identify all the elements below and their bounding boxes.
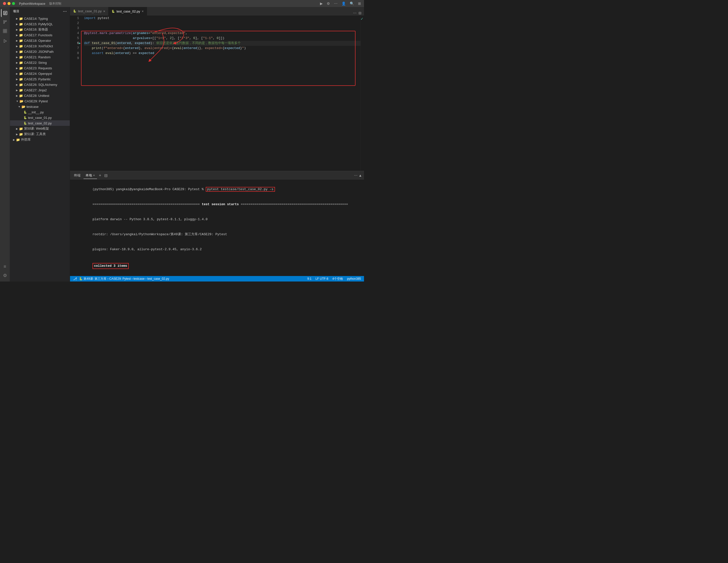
zoom-icon[interactable]: ⊞ [358, 2, 361, 6]
sidebar-item-case26[interactable]: ▶ 📁 CASE26: SQLAlchemy [10, 82, 70, 87]
account-icon[interactable]: 👤 [341, 2, 346, 6]
sidebar-item-label: CASE14: Typing [24, 17, 48, 21]
op: ( [181, 46, 183, 51]
param: expected [135, 41, 150, 46]
status-encoding[interactable]: LF UTF-8 [315, 277, 328, 280]
minimize-button[interactable] [7, 2, 11, 5]
debug-icon[interactable]: ⚙ [327, 2, 330, 6]
sidebar-item-case17[interactable]: ▶ 📁 CASE17: Functools [10, 32, 70, 38]
sidebar-item-case22[interactable]: ▶ 📁 CASE22: String [10, 60, 70, 65]
fstring: , expected= [201, 46, 223, 51]
terminal-menu-icon[interactable]: ⋯ [354, 173, 357, 177]
activity-bar-bottom: ≡ ⚙ [1, 262, 9, 282]
sidebar-item-label: CASE27: Jinja2 [24, 88, 47, 92]
sidebar-item-case27[interactable]: ▶ 📁 CASE27: Jinja2 [10, 87, 70, 93]
maximize-terminal-icon[interactable]: ▲ [359, 173, 362, 177]
sidebar-item-web[interactable]: ▶ 📁 第50课: Web框架 [10, 126, 70, 131]
sidebar: 项目 ⋯ ▶ 📁 CASE14: Typing ▶ 📁 CASE15: PyMy… [10, 7, 70, 282]
code-line-2 [84, 21, 361, 26]
sidebar-item-case24[interactable]: ▶ 📁 CASE24: Openpyxl [10, 71, 70, 76]
more-icon[interactable]: ⋯ [334, 2, 337, 6]
status-python[interactable]: python385 [347, 277, 361, 280]
tab-close-icon[interactable]: × [142, 9, 144, 13]
sidebar-item-case21[interactable]: ▶ 📁 CASE21: Random [10, 54, 70, 60]
extensions-icon[interactable] [1, 27, 9, 35]
sidebar-item-testcase[interactable]: ▼ 📂 testcase [10, 104, 70, 109]
folder-icon: 📁 [19, 83, 23, 87]
layout-icon[interactable]: ⊟ [358, 11, 362, 16]
tab-local[interactable]: 本地 × [83, 172, 97, 179]
op: , [131, 41, 135, 46]
fullscreen-button[interactable] [12, 2, 15, 5]
terminal-tabs: 终端 本地 × + ⊟ ⋯ ▲ [70, 171, 364, 180]
braces: { [223, 46, 225, 51]
sidebar-item-test01[interactable]: 🐍 test_case_01.py [10, 115, 70, 120]
debug2-icon[interactable] [1, 37, 9, 45]
chevron-right-icon: ▶ [16, 83, 18, 86]
svg-rect-2 [4, 13, 6, 14]
op: , [189, 36, 193, 41]
op: = [148, 31, 150, 36]
sidebar-item-label: CASE18: Operator [24, 39, 51, 43]
op: ( [101, 46, 103, 51]
code-line-7: print ( f"entered={entered}, eval(entere… [84, 46, 361, 51]
sidebar-item-external[interactable]: ▶ 📁 外部库 [10, 137, 70, 142]
sidebar-item-label: CASE16: 装饰器 [24, 27, 48, 32]
sidebar-menu-icon[interactable]: ⋯ [63, 9, 67, 14]
run-icon[interactable]: ▶ [320, 2, 323, 6]
sidebar-item-case14[interactable]: ▶ 📁 CASE14: Typing [10, 16, 70, 21]
string: "entered,expected" [150, 31, 185, 36]
editor-content[interactable]: 1 2 3 4 5 6 7 8 9 [70, 16, 361, 171]
git-icon[interactable] [1, 18, 9, 26]
chevron-right-icon: ▶ [16, 23, 18, 26]
folder-icon: 📁 [19, 22, 23, 26]
folder-icon: 📁 [19, 17, 23, 21]
app-name: PythonWorkspace [19, 2, 45, 6]
status-position[interactable]: 9:1 [307, 277, 311, 280]
code-line-6: ▶ def test_case_01 ( entered , expected … [84, 41, 361, 46]
sidebar-item-case20[interactable]: ▶ 📁 CASE20: JSONPath [10, 49, 70, 54]
close-button[interactable] [3, 2, 6, 5]
search-icon[interactable]: 🔍 [350, 2, 354, 6]
line-num-4: 4 [70, 31, 79, 36]
tab-test01[interactable]: 🐍 test_case_01.py × [70, 7, 109, 16]
sidebar-item-case18[interactable]: ▶ 📁 CASE18: Operator [10, 38, 70, 43]
tab-close-icon[interactable]: × [103, 9, 105, 13]
line-num-1: 1 [70, 16, 79, 21]
python-file-icon: 🐍 [23, 116, 27, 119]
svg-rect-9 [3, 31, 5, 33]
rootdir-text: rootdir: /Users/yangkai/PythonWorkspace/… [93, 232, 227, 236]
folder-icon: 📁 [19, 33, 23, 37]
sidebar-item-case15[interactable]: ▶ 📁 CASE15: PyMySQL [10, 21, 70, 27]
tab-close-icon[interactable]: × [93, 173, 95, 177]
sidebar-item-case19[interactable]: ▶ 📁 CASE19: XmlToDict [10, 43, 70, 49]
folder-icon: 📁 [19, 88, 23, 92]
tab-test02[interactable]: 🐍 test_case_02.py × [109, 7, 147, 16]
tab-label: 本地 [85, 173, 92, 178]
split-terminal-icon[interactable]: ⊟ [103, 173, 109, 178]
layers-icon[interactable]: ≡ [1, 262, 9, 270]
settings2-icon[interactable]: ⚙ [1, 271, 9, 279]
sidebar-item-test02[interactable]: 🐍 test_case_02.py [10, 120, 70, 126]
chevron-right-icon: ▶ [13, 138, 15, 141]
sidebar-item-case29[interactable]: ▼ 📂 CASE29: Pytest [10, 98, 70, 104]
terminal-rootdir-line: rootdir: /Users/yangkai/PythonWorkspace/… [73, 227, 361, 242]
sidebar-item-case23[interactable]: ▶ 📁 CASE23: Requests [10, 65, 70, 71]
line-num-7: 7 [70, 46, 79, 51]
terminal-content: (python385) yangkai@yangkaideMacBook-Pro… [70, 180, 364, 276]
status-spaces[interactable]: 4个空格 [332, 277, 343, 281]
spaces: _________________________ [84, 36, 133, 41]
add-terminal-icon[interactable]: + [98, 173, 102, 178]
split-editor-icon[interactable]: ⋯ [353, 11, 357, 16]
sidebar-item-tools[interactable]: ▶ 📁 第51课: 工具类 [10, 131, 70, 137]
explorer-icon[interactable] [1, 9, 9, 17]
status-branch[interactable]: 🐍 第49课: 第三方库 › CASE29: Pytest › testcase… [79, 277, 169, 281]
sidebar-item-case25[interactable]: ▶ 📁 CASE25: Pydantic [10, 76, 70, 82]
sidebar-item-label: CASE20: JSONPath [24, 50, 54, 54]
sidebar-item-case28[interactable]: ▶ 📁 CASE28: Unittest [10, 93, 70, 98]
sidebar-item-init[interactable]: 🐍 __init__.py [10, 109, 70, 115]
tab-terminal[interactable]: 终端 [72, 172, 83, 179]
folder-icon: 📁 [19, 127, 23, 131]
sidebar-item-case16[interactable]: ▶ 📁 CASE16: 装饰器 [10, 27, 70, 32]
sidebar-item-label: CASE15: PyMySQL [24, 22, 53, 26]
